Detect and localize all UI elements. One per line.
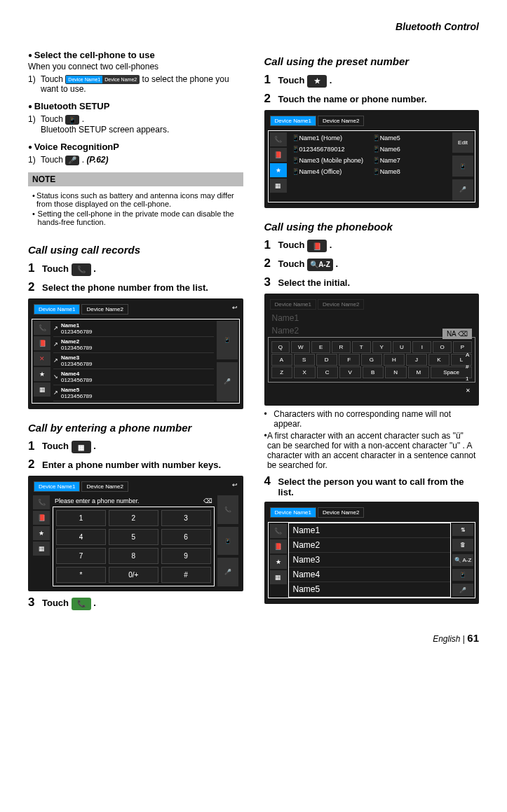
side-btn[interactable]: 🎤	[217, 558, 238, 586]
side-star-icon[interactable]: ★	[34, 367, 50, 381]
edit-button[interactable]: Edit	[452, 132, 473, 153]
mode-a[interactable]: A	[461, 350, 475, 360]
page-header: Bluetooth Control	[28, 21, 479, 32]
side-keypad-icon[interactable]: ▦	[34, 383, 50, 397]
side-star-icon[interactable]: ★	[270, 163, 287, 177]
mode-1[interactable]: 1	[461, 373, 475, 384]
key-s[interactable]: S	[294, 354, 315, 366]
side-btn[interactable]: 🎤	[452, 179, 473, 200]
key-e[interactable]: E	[311, 341, 330, 353]
side-book-icon[interactable]: 📕	[270, 539, 287, 553]
device-toggle-icon: Device Name1 Device Name2	[65, 75, 140, 84]
list-item[interactable]: Name4	[289, 567, 451, 582]
key-h[interactable]: H	[384, 354, 405, 366]
list-item[interactable]: Name3	[289, 553, 451, 567]
tab-device1[interactable]: Device Name1	[270, 507, 316, 518]
bt-appears-text: Bluetooth SETUP screen appears.	[41, 125, 169, 135]
key-0[interactable]: 0/+	[109, 567, 158, 583]
back-icon[interactable]: ↩	[232, 304, 238, 315]
call-records-screenshot: Device Name1 Device Name2 ↩ 📞 📕 ✕ ★ ▦ ↗N…	[28, 298, 243, 409]
side-star-icon[interactable]: ★	[270, 555, 287, 569]
back-icon[interactable]: ↩	[232, 481, 238, 492]
side-btn[interactable]: 🎤	[217, 362, 238, 401]
voice-step: 1) Touch 🎤 . (P.62)	[28, 155, 243, 165]
list-item[interactable]: Name1	[289, 523, 451, 538]
key-r[interactable]: R	[332, 341, 351, 353]
key-8[interactable]: 8	[109, 548, 158, 564]
az-icon[interactable]: 🔍 A-Z	[452, 554, 473, 566]
call-enter-step3: Touch	[42, 598, 72, 608]
key-6[interactable]: 6	[161, 529, 211, 545]
tab-device2[interactable]: Device Name2	[318, 507, 364, 518]
key-d[interactable]: D	[316, 354, 337, 366]
key-c[interactable]: C	[317, 366, 339, 378]
side-btn[interactable]: 📱	[452, 156, 473, 177]
side-star-icon[interactable]: ★	[33, 526, 50, 540]
list-item[interactable]: Name2	[289, 538, 451, 553]
key-v[interactable]: V	[339, 366, 361, 378]
key-f[interactable]: F	[339, 354, 360, 366]
key-t[interactable]: T	[352, 341, 371, 353]
side-btn[interactable]: 📱	[452, 569, 473, 581]
key-o[interactable]: O	[433, 341, 452, 353]
page-footer: English | 61	[28, 632, 479, 644]
key-a[interactable]: A	[271, 354, 292, 366]
list-item[interactable]: Name5	[289, 582, 451, 597]
step-text-b: .	[82, 114, 84, 124]
key-star[interactable]: *	[56, 567, 106, 583]
side-keypad-icon[interactable]: ▦	[33, 542, 50, 556]
tab-device1[interactable]: Device Name1	[270, 116, 316, 126]
key-4[interactable]: 4	[56, 529, 106, 545]
side-call-icon[interactable]: 📞	[34, 321, 50, 335]
key-1[interactable]: 1	[56, 510, 106, 526]
delete-icon[interactable]: 🗑	[452, 539, 473, 551]
key-g[interactable]: G	[361, 354, 382, 366]
key-b[interactable]: B	[363, 366, 384, 378]
transfer-icon[interactable]: ⇅	[452, 524, 473, 536]
tab-device2[interactable]: Device Name2	[81, 304, 128, 315]
tab-device1[interactable]: Device Name1	[34, 304, 80, 315]
key-k[interactable]: K	[428, 354, 449, 366]
step-2: 2	[264, 256, 278, 270]
side-btn[interactable]: 📱	[217, 321, 238, 360]
tab-device2[interactable]: Device Name2	[318, 116, 364, 126]
side-call-icon[interactable]: 📞	[270, 524, 287, 538]
key-hash[interactable]: #	[161, 567, 211, 583]
side-book-icon[interactable]: 📕	[33, 511, 50, 525]
side-book-icon[interactable]: 📕	[270, 148, 287, 162]
key-7[interactable]: 7	[56, 548, 106, 564]
side-keypad-icon[interactable]: ▦	[270, 179, 287, 193]
key-j[interactable]: J	[406, 354, 427, 366]
mode-hash[interactable]: #	[461, 362, 475, 372]
tab-device2[interactable]: Device Name2	[81, 481, 128, 492]
call-button[interactable]: 📞	[217, 495, 238, 524]
step-3: 3	[28, 596, 42, 610]
key-2[interactable]: 2	[109, 510, 158, 526]
key-n[interactable]: N	[385, 366, 407, 378]
pb-step1: Touch	[278, 240, 308, 251]
key-u[interactable]: U	[393, 341, 412, 353]
key-9[interactable]: 9	[161, 548, 211, 564]
key-q[interactable]: Q	[271, 341, 290, 353]
side-keypad-icon[interactable]: ▦	[270, 570, 287, 584]
side-btn[interactable]: 📱	[217, 527, 238, 556]
key-5[interactable]: 5	[109, 529, 158, 545]
key-y[interactable]: Y	[372, 341, 391, 353]
key-x[interactable]: X	[294, 366, 316, 378]
key-z[interactable]: Z	[271, 366, 293, 378]
backspace-icon[interactable]: ⌫	[203, 497, 212, 504]
side-btn[interactable]: 🎤	[452, 584, 473, 596]
side-call-icon[interactable]: 📞	[33, 495, 50, 509]
key-m[interactable]: M	[408, 366, 430, 378]
close-icon[interactable]: ✕	[461, 385, 475, 396]
step-number: 1)	[28, 155, 41, 165]
tab-device1[interactable]: Device Name1	[34, 481, 80, 492]
key-i[interactable]: I	[412, 341, 431, 353]
side-x-icon[interactable]: ✕	[34, 352, 50, 366]
key-3[interactable]: 3	[161, 510, 211, 526]
key-w[interactable]: W	[291, 341, 310, 353]
voice-rec-heading: Voice RecognitionP	[28, 142, 243, 152]
call-icon: 📞	[72, 598, 91, 610]
side-book-icon[interactable]: 📕	[34, 336, 50, 350]
side-call-icon[interactable]: 📞	[270, 132, 287, 146]
